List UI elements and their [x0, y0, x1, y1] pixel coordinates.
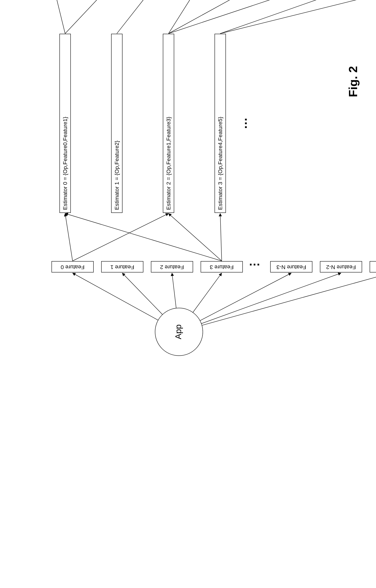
edge — [169, 0, 193, 33]
edge — [169, 213, 222, 261]
edge — [169, 0, 285, 33]
figure-label: Fig. 2 — [346, 66, 360, 97]
edge — [172, 273, 176, 308]
estimator-label: Estimator 0 = {Op,Feature0,Feature1} — [62, 117, 68, 210]
feature-label: Feature N-3 — [276, 264, 306, 270]
estimator-label: Estimator 2 = {Op,Feature1,Feature3} — [166, 117, 172, 210]
edge — [220, 0, 330, 33]
feature-label: Feature 2 — [160, 264, 184, 270]
estimator-ellipsis: … — [236, 117, 249, 129]
edge — [202, 273, 376, 325]
estimator-label: Estimator 3 = {Op,Feature4,Feature5} — [217, 117, 223, 210]
edge — [65, 213, 73, 261]
estimator-label: Estimator 1 = {Op,Feature2} — [114, 141, 120, 210]
edge — [201, 273, 341, 324]
feature-label: Feature 3 — [210, 264, 234, 270]
edge — [200, 273, 291, 321]
diagram-svg: AppFeature 0Feature 1Feature 2Feature 3F… — [0, 0, 376, 588]
feature-label: Feature 0 — [61, 264, 85, 270]
edge — [65, 213, 222, 261]
edge — [220, 0, 376, 33]
edge — [65, 0, 102, 33]
edge — [73, 213, 169, 261]
app-label: App — [174, 325, 183, 339]
edge — [56, 0, 65, 33]
edge — [220, 213, 222, 261]
feature-box — [370, 261, 376, 272]
feature-label: Feature N-2 — [326, 264, 356, 270]
edge — [117, 0, 147, 33]
edge — [193, 273, 222, 312]
edge — [122, 273, 162, 315]
feature-ellipsis: … — [249, 261, 260, 274]
feature-label: Feature 1 — [110, 264, 134, 270]
